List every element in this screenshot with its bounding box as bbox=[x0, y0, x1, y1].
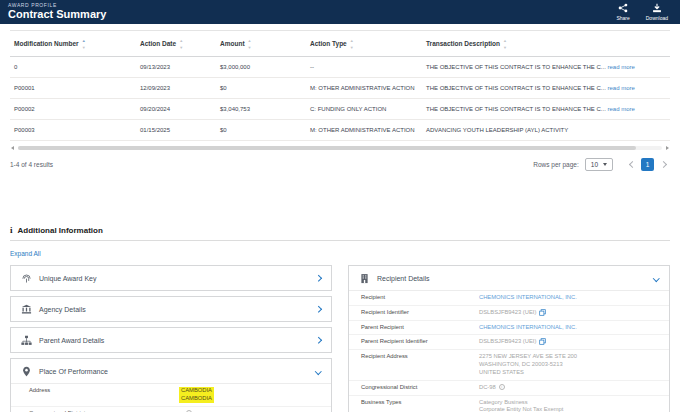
highlighted-address-line: CAMBODIA bbox=[179, 387, 214, 395]
business-type-line: Corporate Entity Not Tax Exempt bbox=[479, 406, 661, 412]
col-label: Action Type bbox=[310, 40, 347, 47]
panel-recipient-details: Recipient Details Recipient CHEMONICS IN… bbox=[348, 265, 670, 412]
sort-icon[interactable] bbox=[503, 37, 507, 50]
congressional-district-value: DC-98i bbox=[479, 384, 661, 392]
read-more-link[interactable]: read more bbox=[607, 64, 634, 70]
scroll-left-icon[interactable] bbox=[10, 145, 16, 151]
panel-header-place-of-performance[interactable]: Place Of Performance bbox=[11, 359, 331, 383]
chevron-right-icon bbox=[315, 337, 321, 343]
page-header: AWARD PROFILE Contract Summary Share Dow… bbox=[0, 0, 680, 24]
rows-per-page-value: 10 bbox=[591, 161, 598, 168]
cell-action-type: M: OTHER ADMINISTRATIVE ACTION bbox=[306, 78, 422, 99]
description-text: THE OBJECTIVE OF THIS CONTRACT IS TO ENH… bbox=[426, 106, 606, 112]
chevron-right-icon bbox=[315, 306, 321, 312]
cell-description: THE OBJECTIVE OF THIS CONTRACT IS TO ENH… bbox=[422, 99, 670, 120]
address-line: UNITED STATES bbox=[479, 369, 661, 377]
parent-recipient-identifier-value: DSLBSJFB9423 (UEI) bbox=[479, 338, 661, 346]
table-footer: 1-4 of 4 results Rows per page: 10 1 bbox=[10, 152, 670, 175]
col-modification-number[interactable]: Modification Number bbox=[10, 31, 136, 57]
sort-icon[interactable] bbox=[179, 37, 183, 50]
chevron-down-icon bbox=[315, 368, 321, 374]
address-line: 2275 NEW JERSEY AVE SE STE 200 bbox=[479, 353, 661, 361]
copy-icon[interactable] bbox=[539, 338, 546, 345]
next-page-button[interactable] bbox=[658, 159, 670, 171]
description-text: THE OBJECTIVE OF THIS CONTRACT IS TO ENH… bbox=[426, 85, 606, 91]
share-button[interactable]: Share bbox=[616, 3, 629, 21]
table-row: P00002 09/20/2024 $3,040,753 C: FUNDING … bbox=[10, 99, 670, 120]
panel-label: Recipient Details bbox=[377, 275, 647, 282]
rows-per-page-select[interactable]: 10 bbox=[585, 158, 613, 171]
sort-icon[interactable] bbox=[248, 37, 252, 50]
cell-description: ADVANCING YOUTH LEADERSHIP (AYL) ACTIVIT… bbox=[422, 120, 670, 141]
read-more-link[interactable]: read more bbox=[607, 106, 634, 112]
address-label: Address bbox=[29, 387, 179, 395]
col-label: Amount bbox=[220, 40, 245, 47]
panel-label: Unique Award Key bbox=[39, 275, 309, 282]
info-circle-icon[interactable]: i bbox=[499, 384, 505, 390]
recipient-identifier-label: Recipient Identifier bbox=[361, 309, 479, 317]
business-types-label: Business Types bbox=[361, 399, 479, 407]
sort-icon[interactable] bbox=[350, 37, 354, 50]
address-line: WASHINGTON, DC 20003-5213 bbox=[479, 361, 661, 369]
recipient-address-label: Recipient Address bbox=[361, 353, 479, 361]
detail-row-congressional-district: Congressional District --i bbox=[11, 407, 331, 412]
expand-all-link[interactable]: Expand All bbox=[10, 250, 41, 257]
business-types-value: Category Business Corporate Entity Not T… bbox=[479, 399, 661, 412]
cell-action-date: 01/15/2025 bbox=[136, 120, 216, 141]
scrollbar-track[interactable] bbox=[18, 146, 662, 150]
scroll-right-icon[interactable] bbox=[664, 145, 670, 151]
table-row: P00003 01/15/2025 $0 M: OTHER ADMINISTRA… bbox=[10, 120, 670, 141]
detail-row-recipient-address: Recipient Address 2275 NEW JERSEY AVE SE… bbox=[349, 350, 669, 380]
read-more-link[interactable]: read more bbox=[607, 85, 634, 91]
download-button[interactable]: Download bbox=[646, 3, 668, 21]
col-label: Modification Number bbox=[14, 40, 79, 47]
value-text: DSLBSJFB9423 (UEI) bbox=[479, 339, 536, 345]
recipient-identifier-value: DSLBSJFB9423 (UEI) bbox=[479, 309, 661, 317]
col-transaction-description[interactable]: Transaction Description bbox=[422, 31, 670, 57]
cell-description: THE OBJECTIVE OF THIS CONTRACT IS TO ENH… bbox=[422, 78, 670, 99]
section-title: Additional Information bbox=[18, 226, 103, 235]
landmark-icon bbox=[20, 303, 32, 315]
panel-header-parent-award-details[interactable]: Parent Award Details bbox=[11, 328, 331, 352]
description-text: THE OBJECTIVE OF THIS CONTRACT IS TO ENH… bbox=[426, 64, 606, 70]
sort-icon[interactable] bbox=[82, 37, 86, 50]
recipient-link[interactable]: CHEMONICS INTERNATIONAL, INC. bbox=[479, 294, 577, 300]
cell-modification-number: P00003 bbox=[10, 120, 136, 141]
value-text: DC-98 bbox=[479, 384, 496, 390]
cell-action-date: 09/13/2023 bbox=[136, 57, 216, 78]
table-footer-controls: Rows per page: 10 1 bbox=[533, 158, 670, 171]
download-label: Download bbox=[646, 15, 668, 21]
col-action-type[interactable]: Action Type bbox=[306, 31, 422, 57]
parent-recipient-identifier-label: Parent Recipient Identifier bbox=[361, 338, 479, 346]
current-page-button[interactable]: 1 bbox=[641, 158, 654, 171]
accordion-columns: Unique Award Key Agency Details bbox=[10, 265, 670, 412]
fingerprint-icon bbox=[20, 272, 32, 284]
recipient-value: CHEMONICS INTERNATIONAL, INC. bbox=[479, 294, 661, 302]
panel-header-recipient-details[interactable]: Recipient Details bbox=[349, 266, 669, 290]
scrollbar-thumb[interactable] bbox=[18, 146, 636, 150]
panel-header-agency-details[interactable]: Agency Details bbox=[11, 297, 331, 321]
previous-page-button[interactable] bbox=[625, 159, 637, 171]
panel-agency-details: Agency Details bbox=[10, 296, 332, 322]
congressional-district-label: Congressional District bbox=[361, 384, 479, 392]
col-amount[interactable]: Amount bbox=[216, 31, 306, 57]
cell-amount: $3,040,753 bbox=[216, 99, 306, 120]
panel-label: Agency Details bbox=[39, 306, 309, 313]
col-action-date[interactable]: Action Date bbox=[136, 31, 216, 57]
cell-amount: $0 bbox=[216, 120, 306, 141]
table-horizontal-scrollbar[interactable] bbox=[10, 144, 670, 152]
download-icon bbox=[652, 3, 662, 14]
info-icon: i bbox=[10, 225, 13, 235]
col-label: Transaction Description bbox=[426, 40, 500, 47]
parent-recipient-value: CHEMONICS INTERNATIONAL, INC. bbox=[479, 324, 661, 332]
sitemap-icon bbox=[20, 334, 32, 346]
panel-parent-award-details: Parent Award Details bbox=[10, 327, 332, 353]
panel-header-unique-award-key[interactable]: Unique Award Key bbox=[11, 266, 331, 290]
parent-recipient-link[interactable]: CHEMONICS INTERNATIONAL, INC. bbox=[479, 324, 577, 330]
detail-row-business-types: Business Types Category Business Corpora… bbox=[349, 396, 669, 412]
cell-action-type: M: OTHER ADMINISTRATIVE ACTION bbox=[306, 120, 422, 141]
chevron-down-icon bbox=[603, 163, 607, 166]
detail-row-parent-recipient-identifier: Parent Recipient Identifier DSLBSJFB9423… bbox=[349, 335, 669, 350]
copy-icon[interactable] bbox=[539, 309, 546, 316]
accordion-column-left: Unique Award Key Agency Details bbox=[10, 265, 332, 412]
